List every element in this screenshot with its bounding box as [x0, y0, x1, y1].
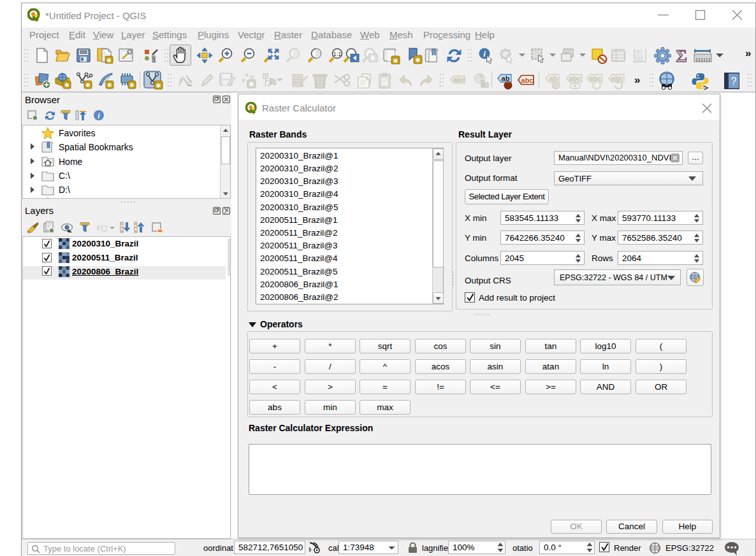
svg-text:ab: ab	[502, 75, 510, 82]
svg-text:✱: ✱	[64, 82, 69, 89]
svg-text:ab: ab	[549, 75, 558, 82]
svg-text:✱: ✱	[85, 82, 91, 89]
svg-text:abc: abc	[453, 76, 465, 83]
svg-text:1:1: 1:1	[333, 50, 341, 57]
svg-text:a: a	[152, 56, 156, 63]
svg-text:i: i	[483, 49, 486, 59]
svg-text:✱: ✱	[129, 82, 134, 89]
svg-text:abc: abc	[521, 76, 534, 84]
svg-text:✱: ✱	[393, 57, 398, 64]
svg-text:✱: ✱	[156, 82, 161, 89]
svg-text:abc: abc	[569, 75, 581, 82]
svg-text:abc: abc	[590, 75, 602, 82]
svg-text:✱: ✱	[249, 81, 254, 88]
svg-text:ε: ε	[97, 222, 101, 232]
svg-text:✱: ✱	[107, 82, 112, 89]
svg-text:✱: ✱	[106, 57, 112, 64]
svg-text:✱: ✱	[415, 57, 420, 64]
svg-text:Σ: Σ	[676, 47, 687, 64]
svg-text:?: ?	[731, 76, 737, 87]
